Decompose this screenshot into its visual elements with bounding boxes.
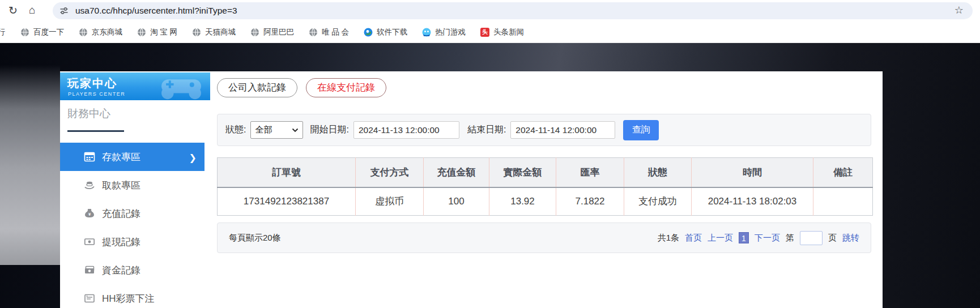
software-download-icon (364, 28, 373, 37)
hand-coins-icon (84, 179, 95, 191)
sidebar-item-withdrawal-records[interactable]: 提現記錄 (60, 228, 204, 256)
bookmark-item-cutoff[interactable]: 行 (0, 27, 6, 37)
total-count-text: 共1条 (658, 233, 679, 243)
bookmark-item[interactable]: 头 头条新闻 (480, 27, 524, 37)
first-page-link[interactable]: 首页 (685, 233, 702, 243)
sidebar-item-label: 提現記錄 (102, 236, 140, 249)
pagination-bar: 每頁顯示20條 共1条 首页 上一页 1 下一页 第 页 跳转 (217, 223, 871, 253)
players-center-banner: 玩家中心 PLAYERS CENTER (60, 72, 210, 100)
cell-recharge-amount: 100 (424, 187, 489, 216)
records-table-wrap: 訂單號 支付方式 充值金額 實際金額 匯率 狀態 時間 備註 173149212… (217, 157, 872, 216)
cell-rate: 7.1822 (556, 187, 624, 216)
bookmark-item[interactable]: 阿里巴巴 (250, 27, 294, 37)
bookmark-star-icon[interactable]: ☆ (955, 4, 964, 16)
status-label: 狀態: (225, 124, 246, 136)
column-header-recharge-amount: 充值金額 (424, 158, 489, 187)
bookmark-item[interactable]: 天猫商城 (192, 27, 236, 37)
sidebar-item-withdraw[interactable]: 取款專區 (60, 171, 204, 199)
bookmark-item[interactable]: 软件下载 (364, 27, 407, 37)
section-underline (67, 130, 124, 132)
chevron-right-icon: ❯ (189, 152, 197, 163)
bookmark-label: 唯 品 会 (322, 27, 349, 37)
table-header-row: 訂單號 支付方式 充值金額 實際金額 匯率 狀態 時間 備註 (218, 158, 873, 187)
cell-remark (813, 187, 873, 216)
column-header-time: 時間 (692, 158, 813, 187)
bookmark-label: 天猫商城 (205, 27, 236, 37)
gamepad-icon (157, 75, 206, 100)
bookmark-label: 阿里巴巴 (263, 27, 294, 37)
globe-icon (309, 28, 318, 37)
sidebar-item-deposit[interactable]: 存款專區 ❯ (60, 143, 204, 171)
bookmark-label: 淘 宝 网 (150, 27, 177, 37)
list-form-icon (84, 293, 95, 304)
globe-icon (250, 28, 259, 37)
status-select-value: 全部 (255, 125, 272, 135)
bookmark-item[interactable]: 京东商城 (79, 27, 122, 37)
end-date-label: 結束日期: (467, 124, 506, 136)
url-text: usa70.cc/hhcp/usercenter.html?iniType=3 (75, 6, 237, 16)
bookmarks-bar: 行 百度一下 京东商城 淘 宝 网 天猫商城 阿里巴巴 唯 品 会 软件下载 热… (0, 22, 980, 43)
sidebar-item-label: 存款專區 (102, 151, 140, 164)
bookmark-item[interactable]: 热门游戏 (422, 27, 466, 37)
bookmark-label: 百度一下 (33, 27, 64, 37)
player-center-panel: 玩家中心 PLAYERS CENTER 財務中心 存款專區 ❯ 取款專區 ¥ 充… (60, 71, 883, 308)
deposit-card-icon (84, 151, 95, 162)
jump-link[interactable]: 跳转 (842, 233, 859, 243)
sidebar-item-hh-lottery-bets[interactable]: HH彩票下注 (60, 284, 204, 308)
end-date-input[interactable] (510, 121, 615, 139)
bookmark-label: 软件下载 (377, 27, 407, 37)
sidebar-item-fund-records[interactable]: 資金記錄 (60, 256, 204, 284)
pagination-controls: 共1条 首页 上一页 1 下一页 第 页 跳转 (658, 231, 859, 245)
banknote-icon (84, 236, 95, 247)
current-page-button[interactable]: 1 (739, 232, 749, 243)
globe-icon (20, 28, 29, 37)
filter-bar: 狀態: 全部 開始日期: 結束日期: 查詢 (217, 114, 871, 146)
globe-icon (137, 28, 146, 37)
start-date-label: 開始日期: (310, 124, 348, 136)
cell-status: 支付成功 (624, 187, 692, 216)
column-header-status: 狀態 (624, 158, 692, 187)
bookmark-label: 热门游戏 (435, 27, 466, 37)
next-page-link[interactable]: 下一页 (755, 233, 780, 243)
jump-suffix-text: 页 (828, 233, 837, 243)
sidebar-item-label: 取款專區 (102, 179, 140, 192)
cash-stack-icon (84, 264, 95, 276)
prev-page-link[interactable]: 上一页 (708, 233, 733, 243)
column-header-pay-method: 支付方式 (356, 158, 424, 187)
bookmark-label: 京东商城 (92, 27, 122, 37)
start-date-input[interactable] (353, 121, 459, 139)
money-bag-icon: ¥ (84, 208, 95, 219)
sidebar-menu: 存款專區 ❯ 取款專區 ¥ 充值記錄 提現記錄 資金記錄 HH彩票下注 (60, 143, 204, 308)
home-icon[interactable]: ⌂ (29, 4, 35, 16)
column-header-actual-amount: 實際金額 (489, 158, 556, 187)
tab-online-payment-records[interactable]: 在線支付記錄 (306, 78, 386, 97)
jump-page-input[interactable] (800, 231, 823, 245)
reload-icon[interactable]: ↻ (8, 4, 18, 17)
chevron-down-icon (292, 128, 299, 132)
cell-time: 2024-11-13 18:02:03 (692, 187, 813, 216)
bookmark-item[interactable]: 淘 宝 网 (137, 27, 177, 37)
jump-prefix-text: 第 (786, 233, 794, 243)
column-header-remark: 備註 (813, 158, 873, 187)
bookmark-label: 头条新闻 (493, 27, 524, 37)
toutiao-news-icon: 头 (480, 28, 489, 37)
game-mascot-icon (422, 28, 431, 37)
page-size-text: 每頁顯示20條 (229, 233, 281, 243)
browser-toolbar: ↻ ⌂ usa70.cc/hhcp/usercenter.html?iniTyp… (0, 0, 980, 22)
tab-company-deposit-records[interactable]: 公司入款記錄 (217, 78, 297, 97)
column-header-rate: 匯率 (556, 158, 624, 187)
site-info-icon[interactable] (59, 6, 69, 15)
bookmark-item[interactable]: 唯 品 会 (309, 27, 349, 37)
globe-icon (79, 28, 88, 37)
column-header-order-no: 訂單號 (218, 158, 356, 187)
status-select[interactable]: 全部 (250, 121, 303, 139)
cell-actual-amount: 13.92 (489, 187, 556, 216)
table-row: 1731492123821387 虚拟币 100 13.92 7.1822 支付… (218, 187, 873, 216)
cell-order-no: 1731492123821387 (218, 187, 356, 216)
page-background-left-strip (0, 65, 60, 265)
address-bar[interactable]: usa70.cc/hhcp/usercenter.html?iniType=3 … (53, 2, 973, 19)
bookmark-item[interactable]: 百度一下 (20, 27, 64, 37)
sidebar-item-label: 資金記錄 (102, 264, 140, 277)
search-button[interactable]: 查詢 (623, 120, 659, 140)
sidebar-item-recharge-records[interactable]: ¥ 充值記錄 (60, 199, 204, 228)
